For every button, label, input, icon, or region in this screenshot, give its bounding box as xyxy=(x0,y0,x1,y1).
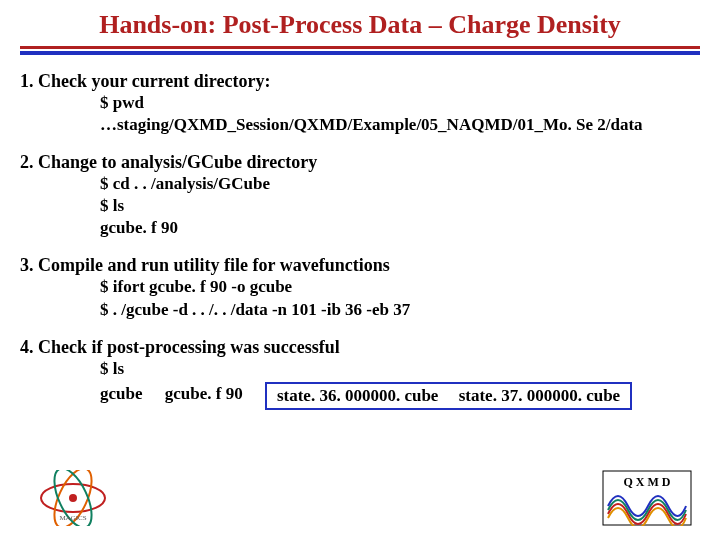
rule-blue xyxy=(20,51,700,55)
step-4: 4. Check if post-processing was successf… xyxy=(20,337,700,408)
step-3: 3. Compile and run utility file for wave… xyxy=(20,255,700,320)
output-box-item-1: state. 37. 000000. cube xyxy=(459,385,620,407)
step-2: 2. Change to analysis/GCube directory $ … xyxy=(20,152,700,239)
qxmd-logo: Q X M D xyxy=(602,470,692,526)
step-3-code-1: $ . /gcube -d . . /. . /data -n 101 -ib … xyxy=(20,299,700,321)
rule-red xyxy=(20,46,700,49)
step-4-code-0: $ ls xyxy=(20,358,700,380)
svg-text:MAGICS: MAGICS xyxy=(59,514,86,522)
output-box: state. 36. 000000. cube state. 37. 00000… xyxy=(265,382,632,410)
step-2-code-1: $ ls xyxy=(20,195,700,217)
magics-logo: MAGICS xyxy=(28,470,118,526)
step-1-head: 1. Check your current directory: xyxy=(20,71,700,92)
step-4-output: gcube gcube. f 90 state. 36. 000000. cub… xyxy=(20,380,700,408)
output-item-0: gcube xyxy=(100,383,143,405)
step-2-code-0: $ cd . . /analysis/GCube xyxy=(20,173,700,195)
step-1-code-0: $ pwd xyxy=(20,92,700,114)
step-1: 1. Check your current directory: $ pwd …… xyxy=(20,71,700,136)
output-box-item-0: state. 36. 000000. cube xyxy=(277,385,438,407)
step-2-code-2: gcube. f 90 xyxy=(20,217,700,239)
svg-point-3 xyxy=(69,494,77,502)
step-2-head: 2. Change to analysis/GCube directory xyxy=(20,152,700,173)
slide-title: Hands-on: Post-Process Data – Charge Den… xyxy=(0,0,720,46)
svg-text:Q X M D: Q X M D xyxy=(624,475,671,489)
slide: Hands-on: Post-Process Data – Charge Den… xyxy=(0,0,720,540)
output-item-1: gcube. f 90 xyxy=(165,383,243,405)
step-3-code-0: $ ifort gcube. f 90 -o gcube xyxy=(20,276,700,298)
title-rules xyxy=(20,46,700,55)
content: 1. Check your current directory: $ pwd …… xyxy=(0,65,720,408)
step-3-head: 3. Compile and run utility file for wave… xyxy=(20,255,700,276)
step-1-code-1: …staging/QXMD_Session/QXMD/Example/05_NA… xyxy=(20,114,700,136)
step-4-head: 4. Check if post-processing was successf… xyxy=(20,337,700,358)
